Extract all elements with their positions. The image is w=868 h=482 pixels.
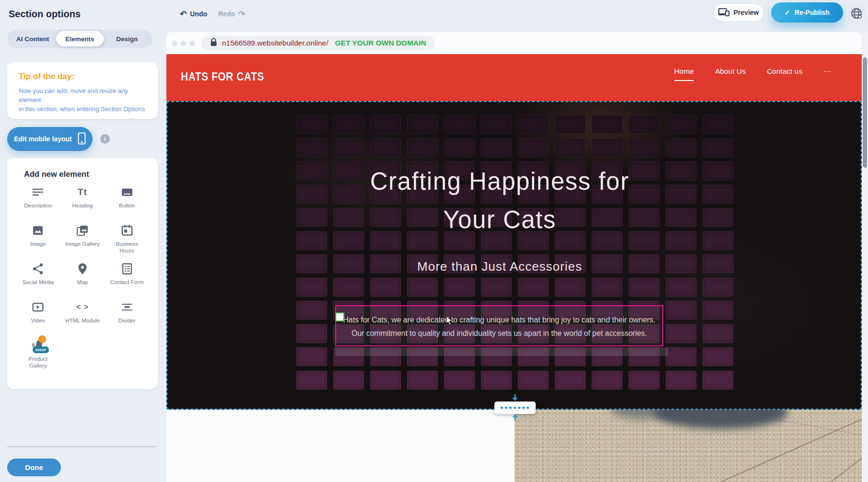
hero-heading-line2: Your Cats — [243, 201, 756, 239]
tab-design[interactable]: Design — [104, 31, 151, 46]
check-icon: ✓ — [785, 9, 790, 16]
mouse-cursor — [446, 316, 454, 327]
browser-chrome-bar: n1566589.websitebuilder.online/ GET YOUR… — [166, 32, 862, 54]
paragraph-shadow-band — [335, 347, 668, 356]
undo-button[interactable]: ↶ Undo — [180, 7, 207, 21]
redo-button[interactable]: Redo ↷ — [218, 7, 245, 21]
site-logo[interactable]: HATS FOR CATS — [181, 70, 264, 83]
edit-mobile-layout-button[interactable]: Edit mobile layout — [7, 127, 93, 151]
shop-badge: SHOP — [33, 346, 49, 353]
get-domain-link[interactable]: GET YOUR OWN DOMAIN — [335, 39, 426, 47]
info-button[interactable]: i — [100, 134, 110, 144]
window-dot — [189, 41, 195, 46]
image-icon — [31, 224, 45, 237]
globe-button[interactable] — [846, 4, 867, 25]
add-element-title: Add new element — [24, 170, 149, 179]
undo-label: Undo — [190, 10, 207, 18]
tip-heading: Tip of the day: — [19, 72, 146, 81]
sidebar-tabbar: AI Content Elements Design — [7, 30, 152, 48]
address-bar[interactable]: n1566589.websitebuilder.online/ GET YOUR… — [201, 36, 435, 50]
html-module-icon: < > — [76, 300, 89, 314]
element-product-gallery[interactable]: ↑ SHOP Product Gallery — [16, 339, 60, 370]
element-html-module[interactable]: < > HTML Module — [60, 300, 105, 332]
element-button[interactable]: Button — [105, 185, 149, 217]
site-nav: Home About Us Contact us … — [674, 67, 832, 81]
scrollbar-thumb[interactable] — [863, 57, 867, 168]
tab-elements[interactable]: Elements — [56, 31, 103, 46]
element-image-gallery[interactable]: Image Gallery — [60, 224, 105, 255]
site-url: n1566589.websitebuilder.online/ — [222, 39, 328, 47]
window-controls — [172, 41, 195, 46]
product-gallery-icon: ↑ SHOP — [31, 339, 45, 352]
element-divider[interactable]: Divider — [105, 300, 149, 332]
tab-ai-content[interactable]: AI Content — [9, 31, 56, 46]
next-section-photo[interactable] — [515, 410, 862, 482]
lock-icon — [210, 38, 217, 48]
phone-icon — [78, 132, 86, 146]
map-icon — [76, 262, 89, 275]
section-resize-handle[interactable] — [494, 402, 536, 414]
element-business-hours[interactable]: Business Hours — [105, 224, 149, 255]
nav-about-us[interactable]: About Us — [715, 67, 746, 80]
element-heading[interactable]: Tt Heading — [60, 185, 105, 217]
upgrade-badge-icon: ↑ — [38, 335, 46, 343]
window-dot — [181, 41, 186, 46]
republish-label: Re-Publish — [795, 9, 830, 16]
contact-form-icon — [120, 262, 134, 275]
undo-icon: ↶ — [180, 9, 187, 19]
drag-handle[interactable] — [335, 312, 344, 321]
button-icon — [120, 185, 134, 199]
element-image[interactable]: Image — [16, 224, 60, 255]
hero-heading[interactable]: Crafting Happiness for Your Cats — [243, 162, 756, 239]
preview-button[interactable]: Preview — [713, 3, 764, 22]
page-title: Section options — [9, 9, 81, 20]
site-header: HATS FOR CATS Home About Us Contact us … — [166, 54, 862, 101]
element-video[interactable]: Video — [16, 300, 60, 332]
next-section-white[interactable] — [166, 410, 515, 482]
republish-button[interactable]: ✓ Re-Publish — [771, 2, 843, 23]
element-grid: Description Tt Heading Button Image Imag… — [16, 185, 149, 370]
info-icon: i — [104, 136, 106, 143]
redo-label: Redo — [218, 10, 235, 18]
add-new-element-panel: Add new element Description Tt Heading B… — [7, 158, 158, 389]
divider-icon — [120, 300, 134, 314]
description-icon — [31, 185, 45, 199]
devices-icon — [718, 8, 730, 18]
tip-body-line1: Now you can add, move and resize any ele… — [19, 86, 146, 104]
sidebar-divider — [7, 447, 156, 447]
nav-contact-us[interactable]: Contact us — [767, 67, 802, 80]
globe-icon — [850, 7, 863, 22]
preview-label: Preview — [734, 9, 759, 16]
hero-heading-line1: Crafting Happiness for — [243, 162, 756, 201]
done-button[interactable]: Done — [7, 459, 61, 476]
edit-mobile-label: Edit mobile layout — [14, 135, 72, 143]
hero-paragraph-line1: Hats for Cats, we are dedicated to craft… — [336, 313, 662, 327]
tip-body-line2: in this section, when entering Section O… — [19, 104, 146, 114]
nav-more-button[interactable]: … — [823, 65, 832, 74]
video-icon — [31, 300, 45, 314]
tip-of-the-day-card: Tip of the day: Now you can add, move an… — [7, 62, 158, 119]
arrow-up-icon — [512, 413, 518, 423]
social-media-icon — [31, 262, 45, 275]
nav-home[interactable]: Home — [674, 67, 694, 81]
element-description[interactable]: Description — [16, 185, 60, 217]
hero-subheading[interactable]: More than Just Accessories — [243, 259, 756, 274]
redo-icon: ↷ — [238, 9, 245, 19]
resize-dashes-icon — [501, 407, 529, 409]
element-social-media[interactable]: Social Media — [16, 262, 60, 294]
hero-section[interactable]: Crafting Happiness for Your Cats More th… — [166, 101, 862, 410]
done-label: Done — [25, 463, 43, 471]
hero-paragraph-line2: Our commitment to quality and individual… — [336, 327, 662, 340]
arrow-down-icon — [512, 394, 518, 403]
business-hours-icon — [120, 224, 134, 237]
pavement-seam — [831, 440, 862, 482]
window-dot — [172, 41, 177, 46]
image-gallery-icon — [76, 224, 89, 237]
selected-paragraph-element[interactable]: Hats for Cats, we are dedicated to craft… — [335, 305, 663, 346]
element-map[interactable]: Map — [60, 262, 105, 294]
heading-icon: Tt — [76, 185, 89, 199]
element-contact-form[interactable]: Contact Form — [105, 262, 149, 294]
